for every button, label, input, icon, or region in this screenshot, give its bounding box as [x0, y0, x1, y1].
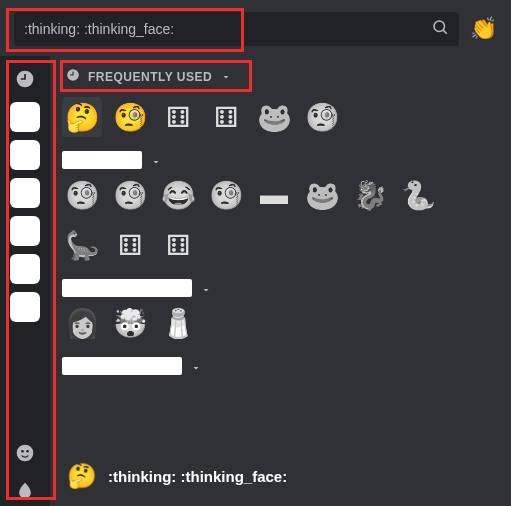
emoji-item[interactable]: 🧐 — [206, 175, 246, 215]
emoji-item[interactable]: 🐸 — [302, 175, 342, 215]
emoji-thinking[interactable]: 🤔 — [62, 97, 102, 137]
svg-point-0 — [434, 21, 445, 32]
emoji-monocle[interactable]: 🧐 — [110, 97, 150, 137]
server-group-2-header[interactable] — [62, 279, 499, 297]
emoji-item[interactable]: 🧐 — [110, 175, 150, 215]
emoji-item[interactable]: ⚅ — [110, 225, 150, 265]
server-category-5[interactable] — [10, 254, 40, 284]
server-category-2[interactable] — [10, 140, 40, 170]
clock-icon — [66, 68, 80, 85]
recent-category-icon[interactable] — [10, 64, 40, 94]
svg-line-1 — [443, 30, 446, 33]
emoji-item[interactable]: 👩 — [62, 303, 102, 343]
emoji-frog[interactable]: 🐸 — [254, 97, 294, 137]
chevron-down-icon — [220, 71, 232, 83]
server-group-1-header[interactable] — [62, 151, 499, 169]
preview-emoji-icon: 🤔 — [66, 460, 98, 492]
category-rail — [0, 56, 50, 506]
frequently-used-header[interactable]: Frequently Used — [58, 62, 240, 91]
emoji-item[interactable]: 🐉 — [350, 175, 390, 215]
skin-tone-picker[interactable]: 👏 — [469, 15, 497, 43]
preview-emoji-code: :thinking: :thinking_face: — [108, 468, 287, 485]
server-group-1-row-2: 🦕 ⚅ ⚅ — [62, 225, 499, 265]
server-group-3-header[interactable] — [62, 357, 499, 375]
emoji-item[interactable]: 🧂 — [158, 303, 198, 343]
emoji-item[interactable]: 🦕 — [62, 225, 102, 265]
server-group-2-row: 👩 🤯 🧂 — [62, 303, 499, 343]
people-category-icon[interactable] — [10, 438, 40, 468]
nature-category-icon[interactable] — [10, 476, 40, 506]
server-group-3-name — [62, 357, 182, 375]
svg-point-2 — [17, 445, 34, 462]
server-category-3[interactable] — [10, 178, 40, 208]
server-category-1[interactable] — [10, 102, 40, 132]
chevron-down-icon — [200, 282, 212, 294]
frequently-used-label: Frequently Used — [88, 70, 212, 84]
emoji-d20-a[interactable]: ⚅ — [158, 97, 198, 137]
svg-point-3 — [21, 450, 24, 453]
emoji-d20-b[interactable]: ⚅ — [206, 97, 246, 137]
emoji-item[interactable]: 🤯 — [110, 303, 150, 343]
emoji-item[interactable]: 🐍 — [398, 175, 438, 215]
server-category-4[interactable] — [10, 216, 40, 246]
frequently-used-row: 🤔 🧐 ⚅ ⚅ 🐸 🧐 — [62, 97, 499, 137]
chevron-down-icon — [150, 154, 162, 166]
server-group-2-name — [62, 279, 192, 297]
server-group-1-row: 🧐 🧐 😂 🧐 ▬ 🐸 🐉 🐍 — [62, 175, 499, 215]
server-category-6[interactable] — [10, 292, 40, 322]
svg-point-4 — [26, 450, 29, 453]
emoji-item[interactable]: 😂 — [158, 175, 198, 215]
chevron-down-icon — [190, 360, 202, 372]
emoji-monocle-gray[interactable]: 🧐 — [302, 97, 342, 137]
emoji-item[interactable]: ▬ — [254, 175, 294, 215]
emoji-item[interactable]: 🧐 — [62, 175, 102, 215]
search-input[interactable] — [24, 21, 431, 37]
emoji-search-box[interactable] — [14, 12, 459, 46]
search-icon — [431, 18, 449, 40]
server-group-1-name — [62, 151, 142, 169]
emoji-item[interactable]: ⚅ — [158, 225, 198, 265]
emoji-preview-bar: 🤔 :thinking: :thinking_face: — [62, 452, 499, 496]
emoji-grid-panel: Frequently Used 🤔 🧐 ⚅ ⚅ 🐸 🧐 🧐 🧐 😂 🧐 ▬ 🐸 … — [50, 56, 511, 506]
